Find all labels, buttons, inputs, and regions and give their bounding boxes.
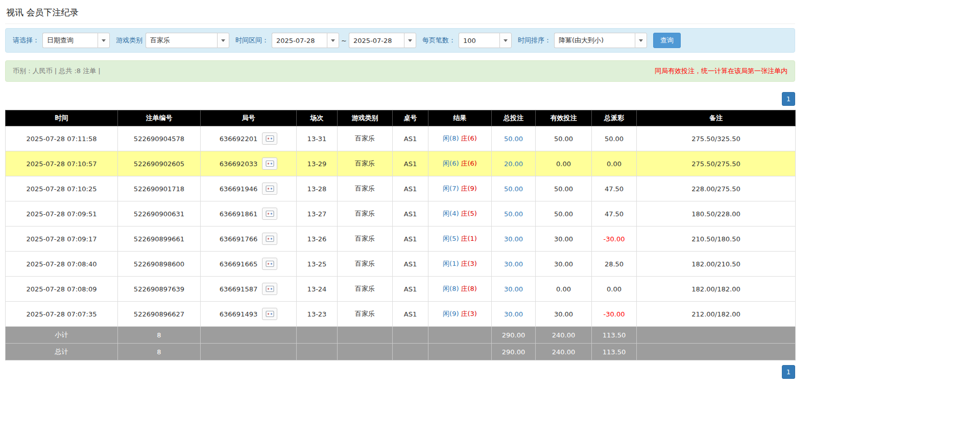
total-bet-link[interactable]: 30.00 bbox=[504, 235, 523, 243]
cell-time: 2025-07-28 07:10:57 bbox=[6, 151, 118, 176]
page-size-select bbox=[459, 33, 512, 48]
total-bet-link[interactable]: 50.00 bbox=[504, 210, 523, 218]
table-row: 2025-07-28 07:10:57 522690902605 6366920… bbox=[6, 151, 796, 176]
roadmap-icon bbox=[266, 135, 274, 142]
roadmap-icon-button[interactable] bbox=[262, 132, 277, 145]
page-title: 视讯 会员下注纪录 bbox=[5, 0, 795, 24]
page-size-input[interactable] bbox=[459, 33, 499, 48]
roadmap-icon bbox=[266, 160, 274, 167]
table-body: 2025-07-28 07:11:58 522690904578 6366922… bbox=[6, 126, 796, 327]
query-type-input[interactable] bbox=[42, 33, 98, 48]
cell-time: 2025-07-28 07:09:17 bbox=[6, 226, 118, 252]
query-type-label: 请选择： bbox=[13, 36, 39, 45]
date-from-input[interactable] bbox=[272, 33, 327, 48]
cell-game-type: 百家乐 bbox=[338, 176, 393, 201]
bet-records-table: 时间 注单编号 局号 场次 游戏类别 桌号 结果 总投注 有效投注 总派彩 备注… bbox=[5, 110, 796, 360]
roadmap-icon-button[interactable] bbox=[262, 258, 277, 270]
round-number: 636692201 bbox=[220, 135, 257, 143]
table-row: 2025-07-28 07:08:40 522690898600 6366916… bbox=[6, 252, 796, 277]
cell-payout: 0.00 bbox=[592, 277, 637, 302]
chevron-down-icon bbox=[408, 39, 412, 42]
table-row: 2025-07-28 07:09:51 522690900631 6366918… bbox=[6, 201, 796, 226]
page-size-caret-button[interactable] bbox=[499, 33, 512, 48]
page-1-button[interactable]: 1 bbox=[782, 92, 795, 106]
chevron-down-icon bbox=[331, 39, 335, 42]
cell-round: 636691493 bbox=[201, 302, 297, 327]
total-bet-link[interactable]: 20.00 bbox=[504, 160, 523, 168]
cell-valid-bet: 30.00 bbox=[536, 302, 592, 327]
cell-game-type: 百家乐 bbox=[338, 201, 393, 226]
cell-payout: 50.00 bbox=[592, 126, 637, 151]
game-type-caret-button[interactable] bbox=[217, 33, 229, 48]
cell-table-number: AS1 bbox=[393, 252, 428, 277]
date-from-select bbox=[272, 33, 339, 48]
header-time: 时间 bbox=[6, 110, 118, 126]
cell-bet-id: 522690898600 bbox=[118, 252, 201, 277]
game-type-input[interactable] bbox=[146, 33, 217, 48]
table-row: 2025-07-28 07:07:35 522690896627 6366914… bbox=[6, 302, 796, 327]
result-player: 闲(8) bbox=[443, 134, 459, 142]
cell-round: 636691665 bbox=[201, 252, 297, 277]
sort-order-label: 时间排序： bbox=[518, 36, 551, 45]
roadmap-icon-button[interactable] bbox=[262, 233, 277, 245]
cell-total-bet: 30.00 bbox=[492, 252, 536, 277]
roadmap-icon-button[interactable] bbox=[262, 208, 277, 220]
result-banker: 庄(9) bbox=[461, 185, 477, 192]
cell-game-type: 百家乐 bbox=[338, 126, 393, 151]
subtotal-total-bet: 290.00 bbox=[492, 327, 536, 344]
subtotal-payout: 113.50 bbox=[592, 327, 637, 344]
cell-time: 2025-07-28 07:11:58 bbox=[6, 126, 118, 151]
page-1-button-bottom[interactable]: 1 bbox=[782, 365, 795, 379]
cell-payout: -30.00 bbox=[592, 302, 637, 327]
date-to-input[interactable] bbox=[349, 33, 404, 48]
cell-game-type: 百家乐 bbox=[338, 226, 393, 252]
round-number: 636691493 bbox=[220, 310, 257, 318]
roadmap-icon-button[interactable] bbox=[262, 183, 277, 195]
cell-total-bet: 50.00 bbox=[492, 201, 536, 226]
cell-note: 210.50/180.50 bbox=[637, 226, 796, 252]
chevron-down-icon bbox=[639, 39, 643, 42]
cell-table-number: AS1 bbox=[393, 176, 428, 201]
cell-payout: 0.00 bbox=[592, 151, 637, 176]
roadmap-icon-button[interactable] bbox=[262, 308, 277, 320]
chevron-down-icon bbox=[102, 39, 106, 42]
total-bet-link[interactable]: 50.00 bbox=[504, 135, 523, 143]
total-bet-link[interactable]: 30.00 bbox=[504, 310, 523, 318]
cell-bet-id: 522690901718 bbox=[118, 176, 201, 201]
result-player: 闲(8) bbox=[443, 285, 459, 292]
query-type-caret-button[interactable] bbox=[98, 33, 110, 48]
date-to-select bbox=[349, 33, 416, 48]
search-button[interactable]: 查询 bbox=[653, 33, 681, 48]
cell-bet-id: 522690896627 bbox=[118, 302, 201, 327]
header-game-type: 游戏类别 bbox=[338, 110, 393, 126]
cell-session: 13-28 bbox=[297, 176, 338, 201]
cell-valid-bet: 50.00 bbox=[536, 126, 592, 151]
header-payout: 总派彩 bbox=[592, 110, 637, 126]
cell-round: 636692033 bbox=[201, 151, 297, 176]
cell-result: 闲(6)庄(6) bbox=[428, 151, 492, 176]
cell-payout: -30.00 bbox=[592, 226, 637, 252]
sort-order-input[interactable] bbox=[554, 33, 635, 48]
cell-result: 闲(8)庄(8) bbox=[428, 277, 492, 302]
date-from-caret-button[interactable] bbox=[327, 33, 339, 48]
roadmap-icon-button[interactable] bbox=[262, 157, 277, 170]
roadmap-icon-button[interactable] bbox=[262, 283, 277, 295]
cell-round: 636691946 bbox=[201, 176, 297, 201]
cell-bet-id: 522690897639 bbox=[118, 277, 201, 302]
currency-total-text: 币别 : 人民币 | 总共 :8 注单 | bbox=[13, 66, 101, 76]
roadmap-icon bbox=[266, 260, 274, 267]
cell-time: 2025-07-28 07:09:51 bbox=[6, 201, 118, 226]
sort-order-caret-button[interactable] bbox=[635, 33, 647, 48]
total-bet-link[interactable]: 30.00 bbox=[504, 260, 523, 268]
total-bet-link[interactable]: 50.00 bbox=[504, 185, 523, 193]
date-to-caret-button[interactable] bbox=[404, 33, 416, 48]
total-bet-link[interactable]: 30.00 bbox=[504, 285, 523, 293]
cell-result: 闲(5)庄(1) bbox=[428, 226, 492, 252]
summary-bar: 币别 : 人民币 | 总共 :8 注单 | 同局有效投注，统一计算在该局第一张注… bbox=[5, 60, 795, 82]
query-type-select bbox=[42, 33, 110, 48]
cell-valid-bet: 50.00 bbox=[536, 176, 592, 201]
result-banker: 庄(3) bbox=[461, 310, 477, 317]
cell-time: 2025-07-28 07:08:09 bbox=[6, 277, 118, 302]
roadmap-icon bbox=[266, 210, 274, 217]
subtotal-row: 小计 8 290.00 240.00 113.50 bbox=[6, 327, 796, 344]
